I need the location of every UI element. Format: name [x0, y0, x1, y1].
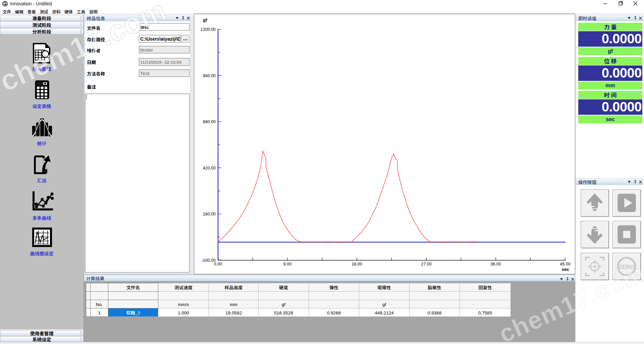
svg-text:gf: gf [203, 17, 207, 22]
svg-text:36.00: 36.00 [490, 262, 501, 266]
svg-text:1200.00: 1200.00 [201, 27, 216, 32]
svg-text:27.00: 27.00 [421, 262, 431, 266]
svg-text:420.00: 420.00 [203, 166, 216, 170]
svg-text:160.00: 160.00 [203, 212, 216, 216]
svg-text:0.00: 0.00 [214, 262, 222, 266]
svg-text:-100.00: -100.00 [202, 258, 216, 263]
svg-text:45.00: 45.00 [560, 262, 570, 266]
svg-text:940.00: 940.00 [203, 73, 216, 78]
svg-text:18.00: 18.00 [352, 262, 362, 266]
svg-text:9.00: 9.00 [283, 262, 291, 266]
svg-text:680.00: 680.00 [203, 119, 216, 124]
svg-text:sec: sec [561, 267, 569, 272]
